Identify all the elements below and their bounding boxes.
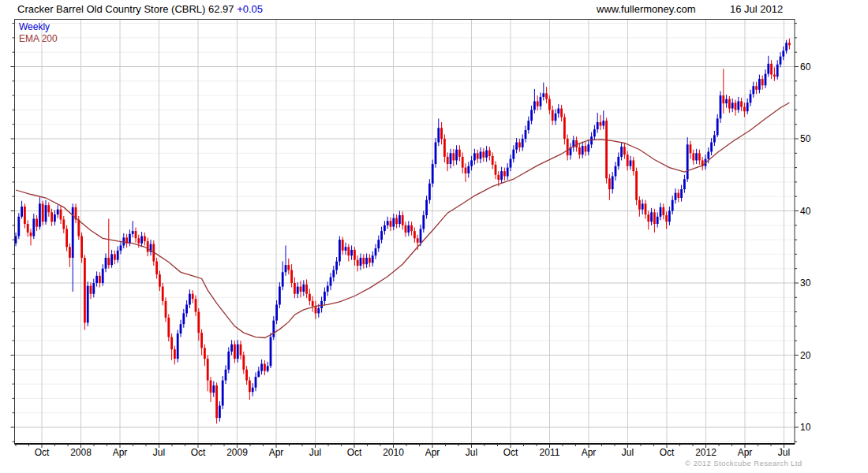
- x-axis-label: Apr: [738, 447, 753, 458]
- y-axis-label: 40: [800, 206, 811, 217]
- date-label: 16 Jul 2012: [730, 3, 783, 15]
- x-axis-label: Apr: [269, 447, 284, 458]
- copyright-notice: © 2012 Stockcube Research Ltd: [685, 459, 803, 467]
- price-chart: 102030405060Oct2008AprJulOct2009AprJulOc…: [0, 0, 868, 473]
- x-axis-label: Apr: [582, 447, 597, 458]
- x-axis-label: Oct: [503, 447, 518, 458]
- legend-timeframe: Weekly: [19, 21, 50, 32]
- x-axis-label: Apr: [425, 447, 440, 458]
- x-axis-label: Oct: [191, 447, 206, 458]
- x-axis-label: 2011: [540, 447, 560, 458]
- price-change: +0.05: [237, 3, 263, 15]
- x-axis-label: Jul: [309, 447, 321, 458]
- legend-ema: EMA 200: [19, 33, 58, 44]
- x-axis-label: Jul: [778, 447, 790, 458]
- x-axis-label: Oct: [347, 447, 362, 458]
- x-axis-label: 2008: [70, 447, 92, 458]
- y-axis-label: 10: [800, 422, 811, 433]
- y-axis-label: 60: [800, 61, 811, 73]
- site-link[interactable]: www.fullermoney.com: [597, 3, 695, 15]
- x-axis-label: Jul: [622, 447, 634, 458]
- x-axis-label: Jul: [153, 447, 165, 458]
- page-title: Cracker Barrel Old Country Store (CBRL) …: [17, 3, 263, 15]
- x-axis-label: Oct: [660, 447, 675, 458]
- y-axis-label: 30: [800, 277, 811, 289]
- instrument-title: Cracker Barrel Old Country Store (CBRL) …: [17, 3, 234, 15]
- y-axis-label: 20: [800, 350, 811, 361]
- x-axis-label: 2009: [226, 447, 248, 458]
- chart-window: 102030405060Oct2008AprJulOct2009AprJulOc…: [0, 0, 868, 473]
- x-axis-label: Apr: [113, 447, 128, 458]
- x-axis-label: 2012: [695, 447, 716, 458]
- x-axis-label: Oct: [35, 447, 50, 458]
- y-axis-label: 50: [800, 133, 811, 144]
- x-axis-label: 2010: [383, 447, 404, 458]
- x-axis-label: Jul: [466, 447, 477, 458]
